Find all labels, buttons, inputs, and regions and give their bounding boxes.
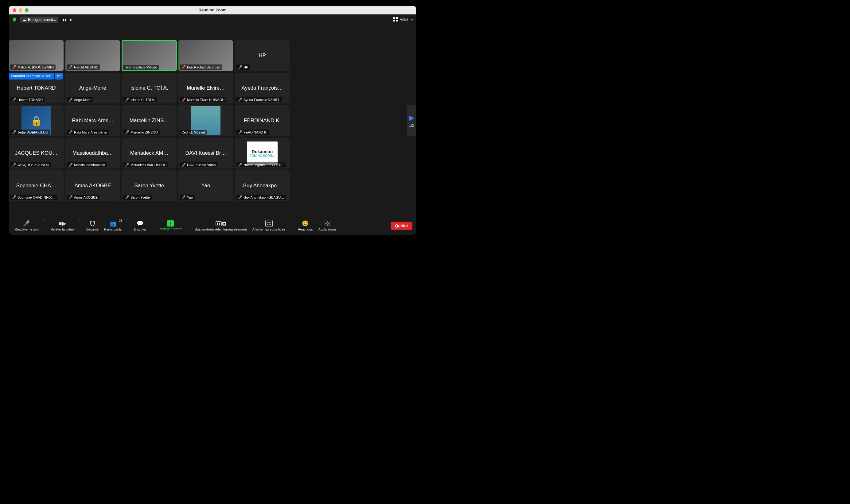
maximize-window-button[interactable] [25,8,29,12]
participant-tile[interactable]: 🎤Harold ADJAHO [66,40,120,71]
participant-tile[interactable]: 🔒🎤Jediel ADEFOULOU [9,105,64,136]
participant-name-label: 🎤Guy Ahonakpon GBAGU… [236,195,286,200]
microphone-muted-icon: 🎤 [23,220,30,227]
grid-view-icon [393,17,398,22]
svg-rect-5 [327,221,330,223]
stop-recording-icon[interactable]: ■ [69,18,72,22]
participant-name-label: 🎤Sophonie-CHAD-NH00… [10,195,57,200]
participant-display-name: Saron Yvette [122,183,177,189]
participant-name-label: 🎤Yao [180,195,195,200]
microphone-muted-icon: 🎤 [12,163,16,167]
participant-tile[interactable]: FERDINAND K.🎤FERDINAND K. [235,105,289,136]
participant-display-name: Ayeda François… [235,85,289,91]
svg-rect-2 [393,20,395,21]
chevron-right-icon: ▶ [409,114,414,122]
microphone-muted-icon: 🎤 [12,195,16,199]
participant-name-label: Jean Baptiste Millogo [123,65,159,70]
participant-name-label: 🎤HP [236,65,250,70]
participant-name-label: Cedrick Mbeyet [180,130,207,135]
share-screen-button[interactable]: ↑ Partager l'écran [157,219,184,232]
participant-name-label: 🎤Mériadeck AMOUSSOU [123,162,168,167]
participant-name-label: 🎤FERDINAND K. [236,129,269,135]
tile-more-button[interactable]: ••• [55,73,63,79]
traffic-lights [13,8,29,12]
participant-display-name: Rabi Mars-Arès… [66,118,120,124]
zoom-window: Réunion Zoom ☁ Enregistrement... ▮▮ ■ Af… [9,6,416,235]
microphone-muted-icon: 🎤 [12,130,16,134]
cc-menu-chevron[interactable]: ⌃ [289,218,294,222]
participant-name-label: 🎤Amos AKOGBE [67,195,100,200]
participant-tile[interactable]: Marcellin ZINS…🎤Marcellin ZINSOU [122,105,177,136]
participant-tile[interactable]: Sophonie-CHA…🎤Sophonie-CHAD-NH00… [9,170,64,201]
audio-menu-chevron[interactable]: ⌃ [42,218,47,222]
reactions-button[interactable]: 😊 Réactions [296,219,315,232]
audio-button[interactable]: 🎤 Réactiver le son [13,219,40,232]
participant-tile[interactable]: 🎤Malick A. (ISOC BENIN) [9,40,64,71]
participant-tile[interactable]: Cedrick Mbeyet [178,105,233,136]
microphone-muted-icon: 🎤 [125,195,129,199]
close-window-button[interactable] [13,8,16,12]
microphone-muted-icon: 🎤 [69,97,73,102]
participant-tile[interactable]: Mériadeck AM…🎤Mériadeck AMOUSSOU [122,138,177,168]
chat-button[interactable]: 💬 Discuter [132,219,148,232]
participant-tile[interactable]: Guy Ahonakpo…🎤Guy Ahonakpon GBAGU… [235,170,289,201]
participant-display-name: DAVI Kuessi Br… [178,150,233,156]
ask-unmute-button[interactable]: emander réactiver le son [9,73,54,79]
participant-tile[interactable]: Amos AKOGBE🎤Amos AKOGBE [66,170,120,201]
participant-tile[interactable]: HP🎤HP [235,40,289,71]
participants-button[interactable]: 👥 39 Participants [102,219,123,232]
apps-button[interactable]: Applications [317,219,338,232]
participant-tile[interactable]: Jean Baptiste Millogo [122,40,177,71]
participant-name-label: 🎤Ben Rachad Sanoussi [180,65,222,70]
leave-button[interactable]: Quitter [391,222,412,230]
participant-tile[interactable]: Saron Yvette🎤Saron Yvette [122,170,177,201]
window-titlebar: Réunion Zoom [9,6,416,14]
encryption-shield-icon[interactable] [12,17,17,22]
participant-display-name: Ange-Marie [66,85,120,91]
participant-name-label: 🎤Saron Yvette [123,195,152,200]
page-next-button[interactable]: ▶ 1/2 [407,105,416,136]
microphone-muted-icon: 🎤 [181,163,186,167]
participant-tile[interactable]: JACQUES KOU…🎤JACQUES KOUNOU [9,138,64,168]
video-menu-chevron[interactable]: ⌃ [77,218,82,222]
share-menu-chevron[interactable]: ⌃ [186,218,191,222]
participant-tile[interactable]: Ange-Marie🎤Ange-Marie [66,73,120,104]
participant-tile[interactable]: Islaine C. TOÏ A.🎤Islaine C. TOÏ A. [122,73,177,104]
pause-recording-icon[interactable]: ▮▮ [63,18,66,22]
microphone-muted-icon: 🎤 [69,130,73,134]
recording-controls: ▮▮ ■ [63,18,72,22]
microphone-muted-icon: 🎤 [125,97,129,102]
microphone-muted-icon: 🎤 [238,130,242,134]
meeting-toolbar: 🎤 Réactiver le son ⌃ ■▶ Arrêter la vidéo… [9,216,416,235]
view-menu-button[interactable]: Afficher [393,17,413,22]
participants-menu-chevron[interactable]: ⌃ [125,218,130,222]
participant-tile[interactable]: Rabi Mars-Arès…🎤Rabi Mars-Arès Bénin [66,105,120,136]
participant-tile[interactable]: Massioudathba…🎤Massioudathbankole [66,138,120,168]
participant-tile[interactable]: Murielle Elvire…🎤Murielle Elvire KUINSOU [178,73,233,104]
participant-tile[interactable]: DokáonouCOMING SOON…🎤Nonhouegnon LETCHED… [235,138,289,168]
recording-indicator[interactable]: ☁ Enregistrement... [20,17,58,23]
apps-icon [324,220,330,227]
svg-rect-4 [325,221,327,223]
video-button[interactable]: ■▶ Arrêter la vidéo [49,219,76,232]
minimize-window-button[interactable] [19,8,22,12]
participant-tile[interactable]: 🎤Ben Rachad Sanoussi [178,40,233,71]
pause-stop-record-icon: ▮▮ ■ [216,220,226,227]
participant-display-name: JACQUES KOU… [9,150,64,156]
participant-display-name: Sophonie-CHA… [9,183,64,189]
security-button[interactable]: Sécurité [84,219,100,232]
participant-name-label: 🎤Malick A. (ISOC BENIN) [10,65,56,70]
participant-tile[interactable]: Yao🎤Yao [178,170,233,201]
svg-rect-1 [396,17,398,19]
participant-tile[interactable]: Ayeda François…🎤Ayeda François DANIEL [235,73,289,104]
participant-name-label: 🎤Marcellin ZINSOU [123,129,160,135]
closed-captions-button[interactable]: CC Afficher les sous-titres [251,219,287,232]
apps-menu-chevron[interactable]: ⌃ [340,218,345,222]
participant-tile[interactable]: DAVI Kuessi Br…🎤DAVI Kuessi Bruno [178,138,233,168]
view-label: Afficher [400,18,413,22]
participant-display-name: FERDINAND K. [235,118,289,124]
participant-display-name: HP [235,53,289,59]
chat-menu-chevron[interactable]: ⌃ [150,218,155,222]
svg-rect-3 [396,20,398,21]
record-button[interactable]: ▮▮ ■ Suspendre/arrêter l'enregistrement [193,219,249,232]
